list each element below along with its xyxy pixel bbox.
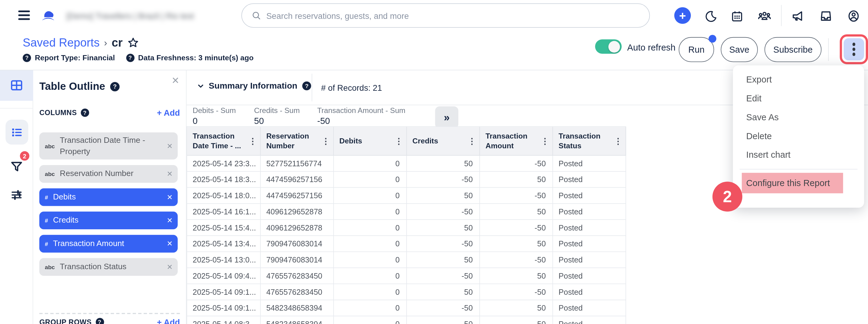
column-chip[interactable]: abc Transaction Date Time - Property ✕	[39, 132, 178, 159]
close-icon[interactable]: ✕	[172, 75, 179, 87]
report-table: Transaction Date Time - ... Reservation …	[187, 126, 626, 324]
save-button[interactable]: Save	[721, 37, 758, 62]
breadcrumb-saved-reports-link[interactable]: Saved Reports	[23, 36, 100, 49]
cell-transaction-amount: -50	[480, 156, 553, 172]
help-icon[interactable]	[23, 54, 31, 62]
inbox-icon[interactable]	[817, 9, 834, 23]
table-row[interactable]: 2025-05-14 08:3... 5482348658394 0 50 -5…	[187, 316, 626, 324]
field-type-icon: #	[45, 217, 48, 224]
table-row[interactable]: 2025-05-14 13:0... 7909476083014 0 50 -5…	[187, 252, 626, 268]
column-menu-kebab-icon[interactable]	[395, 136, 403, 146]
column-header[interactable]: Transaction Status	[553, 127, 626, 156]
cell-debits: 0	[334, 236, 407, 252]
menu-item-configure-report[interactable]: Configure this Report	[742, 173, 843, 193]
menu-item[interactable]: Edit	[733, 89, 864, 108]
global-search-input[interactable]: Search reservations, guests, and more	[241, 3, 650, 28]
column-chip[interactable]: # Transaction Amount ✕	[39, 235, 178, 253]
rail-table-outline-button[interactable]	[0, 120, 33, 145]
column-chip[interactable]: abc Reservation Number ✕	[39, 165, 178, 183]
add-group-row-button[interactable]: + Add	[157, 317, 180, 324]
subscribe-button[interactable]: Subscribe	[765, 37, 822, 62]
auto-refresh-toggle[interactable]	[595, 39, 621, 54]
remove-column-icon[interactable]: ✕	[167, 170, 173, 178]
announcements-megaphone-icon[interactable]	[789, 9, 806, 23]
menu-item[interactable]: Insert chart	[733, 146, 864, 165]
cell-reservation-number: 7909476083014	[261, 252, 334, 268]
app-logo-icon[interactable]	[40, 7, 57, 24]
cell-transaction-status: Posted	[553, 156, 626, 172]
run-button[interactable]: Run	[679, 37, 714, 62]
account-icon[interactable]	[845, 9, 862, 23]
column-header-label: Debits	[339, 136, 362, 146]
table-row[interactable]: 2025-05-14 15:4... 4096129652878 0 50 -5…	[187, 220, 626, 236]
remove-column-icon[interactable]: ✕	[167, 193, 173, 201]
table-row[interactable]: 2025-05-14 09:1... 4765576283450 0 50 -5…	[187, 284, 626, 300]
more-actions-kebab-button[interactable]	[844, 38, 864, 61]
remove-column-icon[interactable]: ✕	[167, 216, 173, 225]
calendar-icon[interactable]	[728, 9, 745, 23]
collapse-chevron-icon[interactable]	[197, 83, 204, 89]
remove-column-icon[interactable]: ✕	[167, 142, 173, 150]
toolbar-divider	[828, 38, 829, 61]
group-reservations-icon[interactable]	[756, 9, 773, 23]
help-icon[interactable]	[110, 82, 120, 91]
add-column-button[interactable]: + Add	[157, 108, 180, 118]
summary-title[interactable]: Summary Information	[209, 81, 297, 91]
cell-debits: 0	[334, 220, 407, 236]
table-row[interactable]: 2025-05-14 18:3... 4474596257156 0 -50 5…	[187, 172, 626, 188]
cell-reservation-number: 4096129652878	[261, 220, 334, 236]
cell-credits: 50	[407, 220, 480, 236]
column-menu-kebab-icon[interactable]	[541, 136, 549, 146]
cell-reservation-number: 5482348658394	[261, 300, 334, 316]
cell-transaction-amount: 50	[480, 236, 553, 252]
quick-add-button[interactable]: +	[674, 7, 691, 24]
cell-transaction-status: Posted	[553, 252, 626, 268]
plus-icon: +	[679, 10, 686, 21]
cell-transaction-amount: -50	[480, 252, 553, 268]
table-row[interactable]: 2025-05-14 16:1... 4096129652878 0 -50 5…	[187, 204, 626, 220]
column-menu-kebab-icon[interactable]	[468, 136, 476, 146]
cell-reservation-number: 5482348658394	[261, 316, 334, 324]
rail-table-view-button[interactable]	[0, 73, 33, 97]
table-row[interactable]: 2025-05-14 13:4... 7909476083014 0 -50 5…	[187, 236, 626, 252]
help-icon[interactable]	[81, 109, 89, 117]
favorite-star-icon[interactable]	[127, 36, 140, 49]
property-name-redacted[interactable]: [Demo] Travellers | Brazil | Rio test	[66, 11, 194, 21]
menu-item[interactable]: Delete	[733, 127, 864, 146]
metric-value: -50	[317, 116, 405, 126]
table-row[interactable]: 2025-05-14 23:3... 5277521156774 0 50 -5…	[187, 156, 626, 172]
table-row[interactable]: 2025-05-14 18:0... 4474596257156 0 50 -5…	[187, 188, 626, 204]
breadcrumb: Saved Reports › cr	[23, 35, 140, 49]
column-header[interactable]: Credits	[407, 127, 480, 156]
cell-transaction-status: Posted	[553, 172, 626, 188]
column-header[interactable]: Reservation Number	[261, 127, 334, 156]
help-icon[interactable]	[96, 318, 104, 324]
cell-transaction-date: 2025-05-14 16:1...	[187, 204, 261, 220]
help-icon[interactable]	[126, 54, 134, 62]
hamburger-menu-icon[interactable]	[18, 11, 30, 20]
table-row[interactable]: 2025-05-14 09:4... 4765576283450 0 -50 5…	[187, 268, 626, 284]
table-body: 2025-05-14 23:3... 5277521156774 0 50 -5…	[187, 156, 626, 324]
column-header[interactable]: Transaction Date Time - ...	[187, 127, 261, 156]
column-chip[interactable]: # Credits ✕	[39, 212, 178, 229]
column-chip[interactable]: abc Transaction Status ✕	[39, 258, 178, 276]
rail-settings-button[interactable]	[0, 183, 33, 207]
help-icon[interactable]	[302, 81, 311, 90]
column-chip[interactable]: # Debits ✕	[39, 188, 178, 206]
column-header[interactable]: Debits	[334, 127, 407, 156]
cell-transaction-amount: -50	[480, 284, 553, 300]
cell-reservation-number: 4096129652878	[261, 204, 334, 220]
remove-column-icon[interactable]: ✕	[167, 240, 173, 248]
remove-column-icon[interactable]: ✕	[167, 263, 173, 271]
column-menu-kebab-icon[interactable]	[249, 136, 257, 146]
cell-transaction-amount: 50	[480, 268, 553, 284]
column-menu-kebab-icon[interactable]	[614, 136, 622, 146]
menu-item[interactable]: Export	[733, 70, 864, 89]
menu-item[interactable]: Save As	[733, 108, 864, 127]
column-header[interactable]: Transaction Amount	[480, 127, 553, 156]
search-placeholder: Search reservations, guests, and more	[266, 11, 409, 20]
dark-mode-moon-icon[interactable]	[703, 9, 719, 23]
expand-summary-button[interactable]: »	[435, 106, 458, 128]
table-row[interactable]: 2025-05-14 09:1... 5482348658394 0 -50 5…	[187, 300, 626, 316]
column-menu-kebab-icon[interactable]	[322, 136, 330, 146]
